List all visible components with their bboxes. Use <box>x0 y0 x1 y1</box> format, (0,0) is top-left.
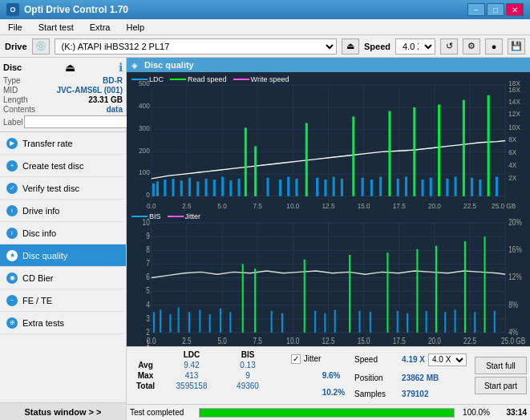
legend-read: Read speed <box>170 75 227 83</box>
speed-stat-label: Speed <box>354 355 399 364</box>
transfer-rate-icon: ▶ <box>6 138 18 149</box>
extra-tests-icon: ⊕ <box>6 317 18 329</box>
title-bar-left: O Opti Drive Control 1.70 <box>6 3 128 16</box>
menu-help[interactable]: Help <box>121 21 149 34</box>
drive-bar: Drive 💿 (K:) ATAPI iHBS312 2 PL17 ⏏ Spee… <box>0 35 530 58</box>
stats-table: LDC BIS Avg 9.42 0.13 Max 413 9 Total 35… <box>127 347 286 404</box>
stats-max-bis: 9 <box>224 371 272 380</box>
svg-text:6: 6 <box>146 272 150 282</box>
chart-header: ◈ Disc quality <box>127 58 530 72</box>
svg-rect-70 <box>379 177 382 196</box>
svg-text:16X: 16X <box>508 86 520 95</box>
svg-rect-46 <box>164 180 166 196</box>
sidebar-item-transfer-rate[interactable]: ▶ Transfer rate <box>0 132 126 155</box>
svg-text:7.5: 7.5 <box>253 336 263 346</box>
svg-text:4: 4 <box>146 299 150 309</box>
svg-rect-63 <box>316 178 318 196</box>
sidebar-item-disc-info[interactable]: i Disc info <box>0 222 126 244</box>
svg-text:2.5: 2.5 <box>182 336 192 346</box>
svg-rect-163 <box>494 311 496 333</box>
stats-max-ldc: 413 <box>168 371 216 380</box>
stats-col-blank <box>131 350 160 359</box>
right-panel: ◈ Disc quality LDC Read speed <box>127 58 530 420</box>
svg-rect-151 <box>370 312 371 333</box>
start-buttons: Start full Start part <box>471 347 530 404</box>
svg-rect-60 <box>287 177 289 196</box>
top-chart-svg: 500 400 300 200 100 0 18X 16X 14X 12X 10… <box>127 72 530 209</box>
jitter-label: Jitter <box>185 212 201 220</box>
read-color <box>170 79 186 80</box>
drive-info-icon: i <box>6 205 18 216</box>
menu-extra[interactable]: Extra <box>85 21 115 34</box>
verify-test-disc-icon: ✓ <box>6 183 18 194</box>
svg-rect-77 <box>438 104 440 196</box>
stats-max-row: Max 413 9 <box>131 371 281 380</box>
svg-text:15.0: 15.0 <box>358 336 370 346</box>
stats-total-row: Total 3595158 49360 <box>131 382 281 390</box>
eject-button[interactable]: ⏏ <box>342 38 359 55</box>
cd-bier-icon: ◉ <box>6 273 18 284</box>
speed-select[interactable]: 4.0 X <box>395 38 435 55</box>
disc-detail-icon[interactable]: ℹ <box>119 61 123 74</box>
chart-top: LDC Read speed Write speed <box>127 72 530 209</box>
svg-rect-73 <box>405 177 407 196</box>
status-window-label: Status window > > <box>25 407 102 417</box>
stats-area: LDC BIS Avg 9.42 0.13 Max 413 9 Total 35… <box>127 346 530 404</box>
svg-text:20%: 20% <box>508 217 522 228</box>
sidebar-item-drive-info[interactable]: i Drive info <box>0 200 126 222</box>
bis-label: BIS <box>149 212 161 220</box>
start-part-button[interactable]: Start part <box>475 377 527 394</box>
refresh-button[interactable]: ↺ <box>440 38 458 55</box>
sidebar-item-transfer-rate-label: Transfer rate <box>22 139 73 148</box>
legend-jitter: Jitter <box>168 212 201 220</box>
close-button[interactable]: ✕ <box>506 3 524 16</box>
menu-file[interactable]: File <box>3 21 27 34</box>
samples-row: Samples 379102 <box>354 390 467 398</box>
sidebar-item-extra-tests[interactable]: ⊕ Extra tests <box>0 312 126 334</box>
drive-select[interactable]: (K:) ATAPI iHBS312 2 PL17 <box>55 38 337 55</box>
title-bar: O Opti Drive Control 1.70 − □ ✕ <box>0 0 530 19</box>
ldc-label: LDC <box>149 75 164 83</box>
svg-rect-71 <box>388 111 390 196</box>
sidebar-item-fe-te[interactable]: ~ FE / TE <box>0 289 126 312</box>
sidebar-nav: ▶ Transfer rate + Create test disc ✓ Ver… <box>0 132 126 402</box>
svg-rect-52 <box>213 180 216 196</box>
jitter-checkbox[interactable]: ✓ <box>291 354 301 364</box>
jitter-header-row: ✓ Jitter <box>291 354 345 364</box>
svg-rect-149 <box>349 255 350 333</box>
sidebar-item-cd-bier[interactable]: ◉ CD Bier <box>0 267 126 289</box>
minimize-button[interactable]: − <box>467 3 485 16</box>
sidebar-item-disc-quality[interactable]: ★ Disc quality <box>0 244 126 267</box>
menu-start-test[interactable]: Start test <box>34 21 79 34</box>
sidebar-item-disc-quality-label: Disc quality <box>22 251 67 260</box>
sidebar-item-verify-test-disc[interactable]: ✓ Verify test disc <box>0 177 126 200</box>
svg-text:0: 0 <box>146 191 150 200</box>
legend-bis: BIS <box>131 212 161 220</box>
svg-rect-140 <box>254 269 256 333</box>
svg-rect-143 <box>271 311 273 333</box>
svg-rect-138 <box>209 314 211 333</box>
svg-rect-161 <box>474 312 475 333</box>
svg-text:25.0 GB: 25.0 GB <box>501 336 525 346</box>
save-button[interactable]: 💾 <box>508 38 525 55</box>
disc-eject-icon[interactable]: ⏏ <box>65 61 75 74</box>
burn-button[interactable]: ● <box>485 38 503 55</box>
svg-text:0.0: 0.0 <box>147 201 156 209</box>
sidebar-item-create-test-disc[interactable]: + Create test disc <box>0 155 126 177</box>
speed-stat-select[interactable]: 4.0 X <box>428 353 467 366</box>
svg-rect-155 <box>416 249 418 333</box>
disc-label-input[interactable] <box>24 115 127 128</box>
disc-mid-row: MID JVC-AMS6L (001) <box>3 86 123 95</box>
svg-rect-75 <box>421 180 423 196</box>
svg-text:20.0: 20.0 <box>428 201 441 209</box>
status-window-button[interactable]: Status window > > <box>0 402 126 420</box>
svg-rect-61 <box>295 179 297 196</box>
svg-rect-57 <box>254 146 257 196</box>
status-text: Test completed <box>130 408 194 417</box>
drive-icon-btn[interactable]: 💿 <box>32 38 50 55</box>
maximize-button[interactable]: □ <box>487 3 504 16</box>
svg-rect-45 <box>156 181 159 196</box>
svg-text:17.5: 17.5 <box>393 336 406 346</box>
start-full-button[interactable]: Start full <box>475 357 527 374</box>
settings-button[interactable]: ⚙ <box>463 38 480 55</box>
